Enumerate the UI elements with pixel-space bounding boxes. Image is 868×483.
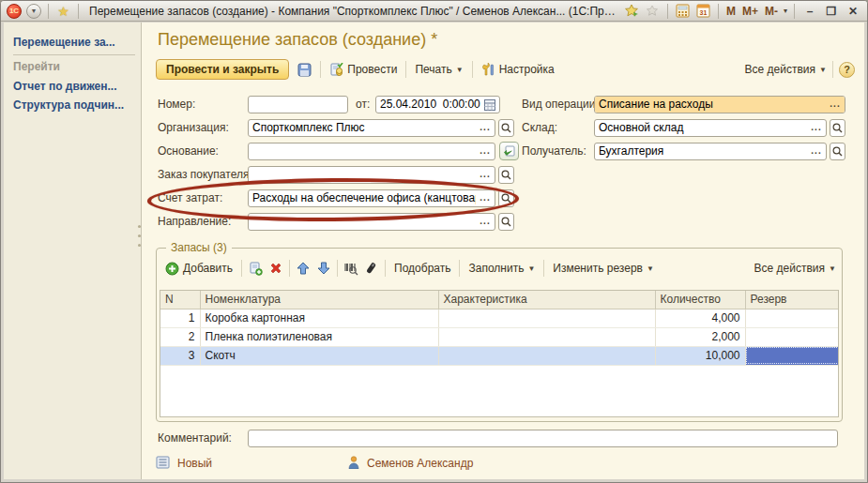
items-all-actions-button[interactable]: Все действия▼: [754, 262, 836, 275]
add-row-button[interactable]: Добавить: [162, 260, 236, 278]
open-search-button[interactable]: [498, 213, 514, 231]
cell-char[interactable]: [438, 327, 655, 346]
operation-kind-input[interactable]: Списание на расходы ...: [594, 96, 845, 113]
document-status-icon: [156, 456, 170, 472]
calendar-icon[interactable]: 31: [695, 4, 711, 19]
cell-item[interactable]: Коробка картонная: [200, 309, 438, 327]
command-bar: Провести и закрыть Провести Печать▼ Наст…: [156, 57, 855, 82]
table-row[interactable]: 3Скотч10,000: [160, 346, 839, 365]
cell-char[interactable]: [438, 346, 655, 365]
memory-plus-button[interactable]: M+: [741, 5, 759, 18]
sidebar-item-structure[interactable]: Структура подчин...: [13, 98, 135, 112]
open-search-button[interactable]: [830, 119, 845, 137]
open-basis-button[interactable]: [499, 142, 519, 160]
magnifier-icon: [832, 146, 843, 157]
cell-n[interactable]: 3: [160, 346, 200, 365]
choose-button[interactable]: ...: [807, 120, 826, 136]
titlebar-more-icon[interactable]: ▾: [784, 7, 787, 15]
help-button[interactable]: ?: [839, 62, 855, 78]
basis-label: Основание:: [158, 143, 219, 160]
close-button[interactable]: ✕: [845, 5, 861, 18]
warehouse-input[interactable]: Основной склад ...: [594, 119, 827, 137]
table-header-row[interactable]: N Номенклатура Характеристика Количество…: [160, 291, 839, 309]
calculator-icon[interactable]: [675, 4, 691, 19]
date-input[interactable]: 25.04.2010 0:00:00: [375, 96, 500, 113]
cell-char[interactable]: [438, 309, 655, 327]
open-search-button[interactable]: [498, 119, 514, 137]
cell-qty[interactable]: 4,000: [655, 309, 745, 327]
cell-qty[interactable]: 2,000: [655, 327, 745, 346]
col-header-characteristic: Характеристика: [438, 291, 655, 309]
cell-res[interactable]: [745, 346, 839, 365]
open-search-button[interactable]: [830, 143, 845, 160]
fill-button[interactable]: Заполнить▼: [465, 260, 538, 277]
cell-n[interactable]: 2: [160, 327, 200, 346]
barcode-scanner-button[interactable]: [364, 261, 379, 276]
choose-button[interactable]: ...: [476, 167, 495, 183]
move-up-button[interactable]: [296, 261, 311, 276]
sidebar-item-current[interactable]: Перемещение за...: [13, 36, 135, 49]
maximize-button[interactable]: ❒: [823, 5, 840, 18]
add-icon: [165, 262, 179, 276]
memory-recall-button[interactable]: M: [725, 5, 737, 18]
table-row[interactable]: 1Коробка картонная4,000: [160, 309, 839, 327]
sidebar-item-movement-report[interactable]: Отчет по движен...: [13, 80, 135, 93]
direction-input[interactable]: ...: [248, 213, 495, 231]
magnifier-icon: [501, 217, 511, 227]
choose-button[interactable]: ...: [476, 190, 495, 206]
col-header-reserve: Резерв: [745, 291, 839, 309]
magnifier-icon: [832, 123, 843, 133]
window-menu-button[interactable]: ▼: [26, 4, 41, 19]
dropdown-arrow-icon: ▼: [819, 66, 827, 74]
post-and-close-button[interactable]: Провести и закрыть: [156, 59, 289, 80]
cell-item[interactable]: Скотч: [200, 346, 438, 365]
cell-res[interactable]: [745, 309, 839, 327]
tools-icon: [481, 63, 495, 77]
recipient-input[interactable]: Бухгалтерия ...: [594, 143, 827, 160]
cell-qty[interactable]: 10,000: [655, 346, 745, 365]
settings-button[interactable]: Настройка: [479, 61, 557, 79]
basis-input[interactable]: ...: [248, 143, 495, 160]
divider: [667, 4, 668, 19]
calendar-picker-icon[interactable]: [480, 97, 499, 113]
divider: [241, 260, 242, 277]
choose-button[interactable]: ...: [826, 97, 845, 113]
warehouse-label: Склад:: [522, 119, 557, 137]
post-button[interactable]: Провести: [327, 61, 400, 79]
choose-button[interactable]: ...: [807, 143, 826, 159]
pick-items-button[interactable]: Подобрать: [391, 260, 453, 277]
cell-item[interactable]: Пленка полиэтиленовая: [200, 327, 438, 346]
cell-n[interactable]: 1: [160, 309, 200, 327]
customer-order-input[interactable]: ...: [248, 166, 495, 184]
splitter-handle[interactable]: [138, 219, 143, 253]
copy-row-button[interactable]: [248, 261, 263, 276]
choose-button[interactable]: ...: [476, 143, 495, 159]
all-actions-button[interactable]: Все действия▼: [745, 63, 827, 76]
delete-row-button[interactable]: [268, 261, 283, 276]
expense-account-input[interactable]: Расходы на обеспечение офиса (канцтовары…: [248, 189, 495, 207]
divider: [289, 260, 290, 277]
magnifier-icon: [501, 123, 511, 133]
dropdown-arrow-icon: ▼: [647, 264, 654, 273]
divider: [472, 61, 473, 78]
print-button[interactable]: Печать▼: [412, 61, 465, 78]
barcode-search-button[interactable]: [343, 261, 358, 276]
memory-minus-button[interactable]: M-: [764, 5, 779, 18]
move-down-button[interactable]: [316, 261, 331, 276]
number-input[interactable]: [248, 96, 348, 113]
organization-input[interactable]: Спорткомплекс Плюс ...: [248, 119, 495, 137]
favorites-star-icon[interactable]: ★: [55, 4, 71, 19]
cell-res[interactable]: [745, 327, 839, 346]
choose-button[interactable]: ...: [476, 120, 495, 136]
divider: [459, 260, 460, 277]
minimize-button[interactable]: –: [801, 5, 818, 18]
add-favorite-icon[interactable]: [624, 4, 640, 19]
change-reserve-button[interactable]: Изменить резерв▼: [550, 260, 657, 277]
favorite-disabled-icon[interactable]: [645, 4, 661, 19]
open-search-button[interactable]: [498, 189, 514, 207]
save-button[interactable]: [295, 61, 314, 79]
table-row[interactable]: 2Пленка полиэтиленовая2,000: [160, 327, 839, 346]
choose-button[interactable]: ...: [476, 214, 495, 230]
open-search-button[interactable]: [498, 166, 514, 184]
comment-input[interactable]: [248, 430, 838, 447]
